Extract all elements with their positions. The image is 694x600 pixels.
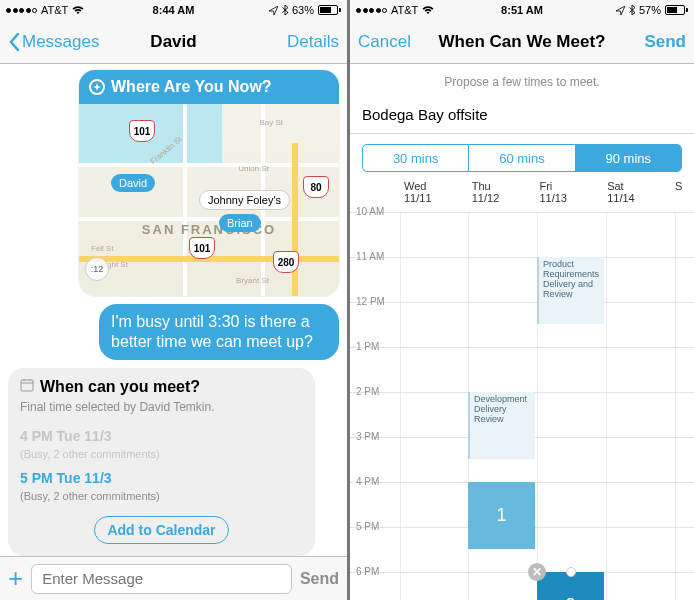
hwy-shield-101a: 101 [129,120,155,142]
nav-bar-right: Cancel When Can We Meet? Send [350,20,694,64]
segment-60[interactable]: 60 mins [469,145,575,171]
svg-rect-0 [21,380,33,391]
hour-4pm: 4 PM [356,476,379,487]
bluetooth-icon [282,5,288,15]
wifi-icon [422,6,434,15]
day-col-wed: Wed11/11 [400,180,468,204]
send-button[interactable]: Send [300,570,339,588]
day-col-sun: S [671,180,694,204]
hour-10am: 10 AM [356,206,384,217]
signal-dots [6,8,37,13]
cancel-button[interactable]: Cancel [358,32,411,52]
battery-icon [318,5,341,15]
nav-title: When Can We Meet? [439,32,606,52]
scheduler-screen: AT&T 8:51 AM 57% Cancel When Can We Meet… [347,0,694,600]
scheduler-subtitle: Propose a few times to meet. [350,64,694,100]
location-card[interactable]: Where Are You Now? Bay St Franklin St Un… [79,70,339,296]
calendar-icon [20,378,34,396]
carrier-label: AT&T [391,4,418,16]
status-time: 8:51 AM [501,4,543,16]
location-arrow-icon [616,6,625,15]
slot-handle-top[interactable] [566,567,576,577]
hour-3pm: 3 PM [356,431,379,442]
details-button[interactable]: Details [287,32,339,52]
day-col-thu: Thu11/12 [468,180,536,204]
hour-grid: 10 AM 11 AM 12 PM 1 PM 2 PM 3 PM 4 PM 5 … [350,212,694,600]
street-union: Union St [238,164,269,173]
event-name-input[interactable]: Bodega Bay offsite [350,100,694,134]
meet-card[interactable]: When can you meet? Final time selected b… [8,368,315,556]
battery-percent: 57% [639,4,661,16]
day-col-sat: Sat11/14 [603,180,671,204]
message-input[interactable] [31,564,292,594]
pin-foley[interactable]: Johnny Foley's [199,190,290,210]
nav-title: David [150,32,196,52]
hwy-shield-101b: 101 [189,237,215,259]
hour-5pm: 5 PM [356,521,379,532]
hour-11am: 11 AM [356,251,384,262]
meet-card-subtitle: Final time selected by David Temkin. [20,400,303,414]
location-arrow-icon [269,6,278,15]
event-dev-review[interactable]: Development Delivery Review [468,392,535,459]
proposed-slot-2[interactable]: 2 ✕ [537,572,604,600]
bluetooth-icon [629,5,635,15]
time-option-2-note: (Busy, 2 other commitments) [20,490,303,502]
plus-icon[interactable]: + [8,563,23,594]
time-option-1-note: (Busy, 2 other commitments) [20,448,303,460]
day-col-fri: Fri11/13 [535,180,603,204]
chat-body: Where Are You Now? Bay St Franklin St Un… [0,64,347,556]
outgoing-message[interactable]: I'm busy until 3:30 is there a better ti… [99,304,339,360]
zoom-badge[interactable]: :12 [85,257,109,281]
status-time: 8:44 AM [153,4,195,16]
meet-card-title: When can you meet? [40,378,200,396]
day-header: Wed11/11 Thu11/12 Fri11/13 Sat11/14 S [400,180,694,204]
carrier-label: AT&T [41,4,68,16]
street-bay: Bay St [259,118,283,127]
back-label: Messages [22,32,99,52]
duration-segments: 30 mins 60 mins 90 mins [350,134,694,172]
event-product-req[interactable]: Product Requirements Delivery and Review [537,257,604,324]
street-bryant: Bryant St [236,276,269,285]
location-card-header: Where Are You Now? [79,70,339,104]
segment-90[interactable]: 90 mins [576,145,681,171]
back-button[interactable]: Messages [8,32,99,52]
hour-1pm: 1 PM [356,341,379,352]
calendar-grid[interactable]: Wed11/11 Thu11/12 Fri11/13 Sat11/14 S 10… [350,172,694,600]
time-option-1[interactable]: 4 PM Tue 11/3 [20,428,303,444]
compass-icon [89,79,105,95]
wifi-icon [72,6,84,15]
battery-percent: 63% [292,4,314,16]
signal-dots [356,8,387,13]
status-bar-right: AT&T 8:51 AM 57% [350,0,694,20]
status-bar-left: AT&T 8:44 AM 63% [0,0,347,20]
nav-bar-left: Messages David Details [0,20,347,64]
hour-12pm: 12 PM [356,296,385,307]
hour-6pm: 6 PM [356,566,379,577]
send-button[interactable]: Send [644,32,686,52]
battery-icon [665,5,688,15]
hwy-shield-280: 280 [273,251,299,273]
hour-2pm: 2 PM [356,386,379,397]
time-option-2[interactable]: 5 PM Tue 11/3 [20,470,303,486]
input-bar: + Send [0,556,347,600]
location-card-title: Where Are You Now? [111,78,272,96]
messages-screen: AT&T 8:44 AM 63% Messages David Details … [0,0,347,600]
add-to-calendar-button[interactable]: Add to Calendar [94,516,228,544]
pin-brian[interactable]: Brian [219,214,261,232]
slot-delete-icon[interactable]: ✕ [528,563,546,581]
chevron-left-icon [8,32,20,52]
segment-30[interactable]: 30 mins [363,145,469,171]
pin-david[interactable]: David [111,174,155,192]
map-view[interactable]: Bay St Franklin St Union St Fell St Haig… [79,104,339,296]
street-fell: Fell St [91,244,114,253]
hwy-shield-80: 80 [303,176,329,198]
proposed-slot-1[interactable]: 1 [468,482,535,549]
